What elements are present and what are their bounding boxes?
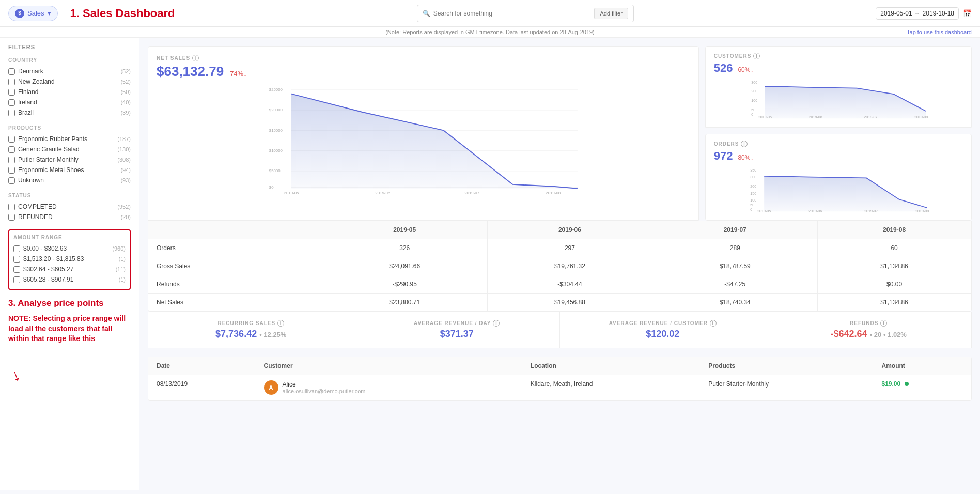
stat-card: AVERAGE REVENUE / CUSTOMER i $120.02: [560, 312, 766, 348]
row-value: 297: [487, 239, 652, 257]
filter-checkbox[interactable]: [8, 146, 15, 153]
add-filter-button[interactable]: Add filter: [594, 8, 628, 19]
svg-text:0: 0: [751, 113, 753, 117]
row-value: $1,134.86: [818, 257, 971, 275]
filter-item: Unknown (93): [8, 175, 131, 186]
filter-count: (11): [115, 266, 126, 272]
trans-col-products: Products: [700, 357, 873, 375]
filter-label[interactable]: New Zealand: [8, 78, 120, 85]
filter-count: (40): [120, 99, 131, 105]
trans-amount: $19.00: [873, 375, 971, 400]
svg-text:300: 300: [750, 175, 756, 179]
filter-checkbox[interactable]: [8, 177, 15, 184]
tap-link[interactable]: Tap to use this dashboard: [907, 29, 972, 35]
filter-checkbox[interactable]: [13, 276, 20, 283]
filter-label[interactable]: Generic Granite Salad: [8, 146, 117, 153]
filter-name: Generic Granite Salad: [18, 146, 80, 153]
summary-table: 2019-05 2019-06 2019-07 2019-08 Orders32…: [148, 221, 972, 312]
search-bar: 🔍 Add filter: [417, 5, 634, 22]
row-value: -$47.25: [652, 275, 818, 294]
filter-checkbox[interactable]: [8, 167, 15, 174]
customers-change: 60%↓: [738, 66, 753, 73]
filter-label[interactable]: $1,513.20 - $1,815.83: [13, 255, 119, 263]
table-row: Refunds-$290.95-$304.44-$47.25$0.00: [148, 275, 971, 294]
trans-col-location: Location: [522, 357, 700, 375]
sidebar: FILTERS COUNTRY Denmark (52) New Zealand…: [0, 38, 139, 490]
filter-item: Generic Granite Salad (130): [8, 144, 131, 155]
customer-name: Alice: [283, 381, 366, 388]
calendar-icon[interactable]: 📅: [963, 9, 972, 18]
filter-checkbox[interactable]: [8, 99, 15, 106]
filter-checkbox[interactable]: [8, 136, 15, 143]
row-label: Refunds: [148, 275, 322, 294]
net-sales-value: $63,132.79: [157, 64, 224, 80]
filter-name: Putler Starter-Monthly: [18, 156, 79, 163]
filter-label[interactable]: Ireland: [8, 99, 120, 106]
filter-name: Ergonomic Metal Shoes: [18, 166, 84, 174]
filter-count: (187): [117, 136, 131, 142]
dropdown-icon: ▾: [48, 9, 51, 17]
filter-count: (1): [119, 256, 126, 262]
filter-name: Finland: [18, 88, 38, 96]
trans-col-amount: Amount: [873, 357, 971, 375]
filter-item: COMPLETED (952): [8, 202, 131, 212]
filter-count: (93): [120, 177, 131, 183]
row-label: Orders: [148, 239, 322, 257]
stat-label: REFUNDS i: [774, 320, 963, 327]
row-value: $19,761.32: [487, 257, 652, 275]
filter-label[interactable]: $302.64 - $605.27: [13, 266, 115, 273]
filter-label[interactable]: $605.28 - $907.91: [13, 276, 119, 283]
summary-col-jun: 2019-06: [487, 221, 652, 239]
svg-text:50: 50: [750, 203, 754, 207]
filter-label[interactable]: COMPLETED: [8, 203, 117, 210]
filter-checkbox[interactable]: [8, 79, 15, 85]
svg-text:$20000: $20000: [269, 107, 283, 112]
stat-value: $120.02: [568, 329, 757, 339]
filter-count: (94): [120, 167, 131, 173]
filter-name: Unknown: [18, 177, 44, 184]
filter-label[interactable]: Ergonomic Rubber Pants: [8, 135, 117, 143]
filter-label[interactable]: Finland: [8, 88, 120, 96]
sales-label: Sales: [27, 9, 44, 17]
filter-checkbox[interactable]: [8, 214, 15, 221]
filter-label[interactable]: Brazil: [8, 109, 120, 116]
filter-item: REFUNDED (20): [8, 212, 131, 222]
filter-checkbox[interactable]: [8, 110, 15, 116]
filter-item: Putler Starter-Monthly (308): [8, 155, 131, 165]
stat-sub: • 12.25%: [259, 331, 286, 338]
filter-label[interactable]: Putler Starter-Monthly: [8, 156, 117, 163]
filter-count: (20): [120, 214, 131, 220]
filter-item: $1,513.20 - $1,815.83 (1): [13, 254, 126, 264]
customers-chart: 300 200 100 50 0 2019-05 2019-06 2019-07…: [714, 78, 963, 119]
filter-checkbox[interactable]: [8, 157, 15, 163]
filter-name: Brazil: [18, 109, 34, 116]
filter-checkbox[interactable]: [13, 266, 20, 273]
orders-label: ORDERS i: [714, 141, 963, 147]
filter-item: $605.28 - $907.91 (1): [13, 274, 126, 285]
stat-info-icon: i: [880, 320, 887, 327]
filter-checkbox[interactable]: [8, 68, 15, 75]
filter-checkbox[interactable]: [8, 89, 15, 96]
trans-location: Kildare, Meath, Ireland: [522, 375, 700, 400]
sales-dropdown-button[interactable]: $ Sales ▾: [8, 6, 58, 21]
filter-count: (50): [120, 89, 131, 95]
filter-label[interactable]: Denmark: [8, 68, 120, 75]
search-input[interactable]: [433, 10, 590, 17]
date-end: 2019-10-18: [923, 10, 954, 17]
filter-label[interactable]: REFUNDED: [8, 213, 120, 221]
filter-name: $605.28 - $907.91: [23, 276, 73, 283]
date-range-picker[interactable]: 2019-05-01 → 2019-10-18: [876, 7, 959, 20]
trans-product: Putler Starter-Monthly: [700, 375, 873, 400]
svg-text:2019-05: 2019-05: [757, 209, 771, 212]
sales-icon: $: [15, 9, 24, 18]
filter-label[interactable]: $0.00 - $302.63: [13, 245, 112, 252]
filter-label[interactable]: Ergonomic Metal Shoes: [8, 166, 120, 174]
orders-change: 80%↓: [738, 154, 753, 161]
svg-text:2019-07: 2019-07: [464, 191, 479, 195]
status-dot: [905, 382, 909, 386]
stat-value: -$642.64 • 20 • 1.02%: [774, 329, 963, 339]
filter-label[interactable]: Unknown: [8, 177, 120, 184]
filter-checkbox[interactable]: [8, 204, 15, 210]
filter-checkbox[interactable]: [13, 245, 20, 252]
filter-checkbox[interactable]: [13, 256, 20, 263]
